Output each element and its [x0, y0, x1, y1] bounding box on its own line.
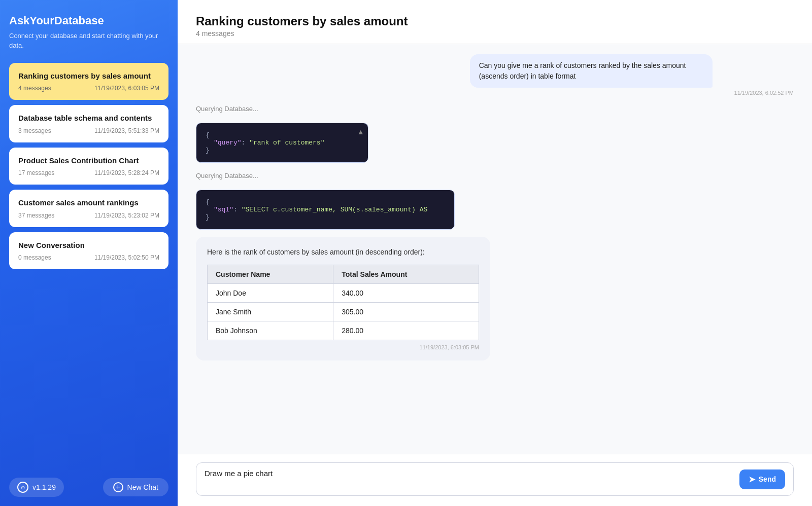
- chat-item-4[interactable]: Customer sales amount rankings 37 messag…: [9, 190, 168, 227]
- table-row: John Doe 340.00: [208, 284, 479, 303]
- chat-time-2: 11/19/2023, 5:51:33 PM: [94, 127, 159, 134]
- chat-item-3[interactable]: Product Sales Contribution Chart 17 mess…: [9, 148, 168, 185]
- chat-list: Ranking customers by sales amount 4 mess…: [9, 63, 168, 464]
- chat-item-2[interactable]: Database table schema and contents 3 mes…: [9, 105, 168, 142]
- version-icon: ⊙: [17, 482, 28, 493]
- chat-messages-5: 0 messages: [18, 254, 51, 261]
- sql-code-block: { "sql": "SELECT c.customer_name, SUM(s.…: [196, 190, 455, 230]
- send-icon: ➤: [749, 475, 755, 484]
- chat-messages-3: 17 messages: [18, 169, 54, 176]
- chat-item-5[interactable]: New Conversation 0 messages 11/19/2023, …: [9, 232, 168, 270]
- chat-time-5: 11/19/2023, 5:02:50 PM: [94, 254, 159, 261]
- ai-message-time: 11/19/2023, 6:03:05 PM: [207, 344, 479, 350]
- send-button[interactable]: ➤ Send: [739, 469, 785, 489]
- chat-header: Ranking customers by sales amount 4 mess…: [178, 0, 812, 44]
- query-label-2: Querying Database...: [196, 172, 794, 179]
- chat-title-4: Customer sales amount rankings: [18, 198, 159, 208]
- input-area: Draw me a pie chart ➤ Send: [178, 454, 812, 506]
- main-area: Ranking customers by sales amount 4 mess…: [178, 0, 812, 506]
- json-code-block: ▲ { "query": "rank of customers" }: [196, 123, 368, 163]
- query-label-1: Querying Database...: [196, 105, 794, 113]
- chevron-up-icon[interactable]: ▲: [359, 128, 363, 136]
- page-meta: 4 messages: [196, 29, 794, 38]
- sales-amount-1: 340.00: [333, 284, 479, 303]
- ai-response-container: Here is the rank of customers by sales a…: [196, 237, 794, 360]
- sidebar-footer: ⊙ v1.1.29 + New Chat: [9, 473, 168, 497]
- customer-name-1: John Doe: [208, 284, 333, 303]
- chat-time-3: 11/19/2023, 5:28:24 PM: [94, 169, 159, 176]
- send-label: Send: [759, 475, 776, 483]
- chat-title-5: New Conversation: [18, 240, 159, 250]
- messages-area: Can you give me a rank of customers rank…: [178, 44, 812, 454]
- chat-title-2: Database table schema and contents: [18, 113, 159, 123]
- results-table: Customer Name Total Sales Amount John Do…: [207, 265, 479, 340]
- chat-time-4: 11/19/2023, 5:23:02 PM: [94, 212, 159, 219]
- version-button[interactable]: ⊙ v1.1.29: [9, 478, 64, 497]
- version-label: v1.1.29: [32, 483, 56, 491]
- chat-title-1: Ranking customers by sales amount: [18, 71, 159, 81]
- sidebar: AskYourDatabase Connect your database an…: [0, 0, 178, 506]
- new-chat-label: New Chat: [127, 483, 158, 491]
- user-message: Can you give me a rank of customers rank…: [470, 54, 713, 88]
- ai-response-text: Here is the rank of customers by sales a…: [207, 247, 479, 258]
- col-header-sales: Total Sales Amount: [333, 265, 479, 284]
- sales-amount-2: 305.00: [333, 303, 479, 321]
- app-title: AskYourDatabase: [9, 14, 168, 27]
- chat-messages-2: 3 messages: [18, 127, 51, 134]
- chat-item-1[interactable]: Ranking customers by sales amount 4 mess…: [9, 63, 168, 100]
- user-message-time: 11/19/2023, 6:02:52 PM: [470, 90, 794, 96]
- table-row: Jane Smith 305.00: [208, 303, 479, 321]
- input-wrap: Draw me a pie chart ➤ Send: [196, 462, 794, 496]
- chat-input[interactable]: Draw me a pie chart: [205, 469, 734, 489]
- chat-time-1: 11/19/2023, 6:03:05 PM: [94, 85, 159, 92]
- chat-title-3: Product Sales Contribution Chart: [18, 156, 159, 166]
- plus-circle-icon: +: [113, 482, 123, 492]
- chat-messages-1: 4 messages: [18, 85, 51, 92]
- page-title: Ranking customers by sales amount: [196, 14, 794, 28]
- user-message-container: Can you give me a rank of customers rank…: [196, 54, 794, 96]
- customer-name-2: Jane Smith: [208, 303, 333, 321]
- sales-amount-3: 280.00: [333, 321, 479, 340]
- customer-name-3: Bob Johnson: [208, 321, 333, 340]
- app-description: Connect your database and start chatting…: [9, 31, 168, 51]
- table-row: Bob Johnson 280.00: [208, 321, 479, 340]
- col-header-customer: Customer Name: [208, 265, 333, 284]
- ai-response-bubble: Here is the rank of customers by sales a…: [196, 237, 490, 360]
- chat-messages-4: 37 messages: [18, 212, 54, 219]
- user-message-text: Can you give me a rank of customers rank…: [479, 61, 686, 80]
- new-chat-button[interactable]: + New Chat: [103, 478, 168, 496]
